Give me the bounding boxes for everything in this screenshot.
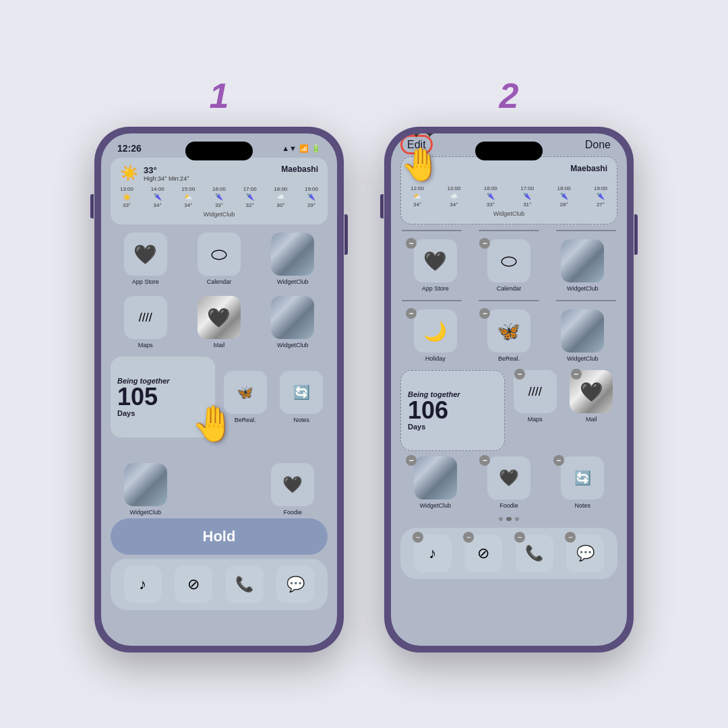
minus-badge-3[interactable]: −	[406, 308, 417, 319]
app-store-icon-2[interactable]: − 🖤 App Store	[400, 239, 470, 292]
widgetclub-icon-1[interactable]: WidgetClub	[258, 233, 328, 285]
main-container: 1 12:26 ▲▼ 📶 🔋	[67, 49, 661, 679]
phone-1: 12:26 ▲▼ 📶 🔋 ☀️	[94, 127, 344, 653]
dock-messages-2[interactable]: − 💬	[566, 535, 604, 572]
weather-widget-label-2: WidgetClub	[411, 210, 607, 217]
app-grid-row4-1: WidgetClub 🖤 Foodie	[111, 463, 328, 516]
dock-messages-1[interactable]: 💬	[276, 566, 314, 603]
shine-icon: ✦ ✦ ✦	[398, 133, 435, 142]
app-store-icon-1[interactable]: 🖤 App Store	[111, 233, 180, 285]
done-button[interactable]: Done	[585, 139, 611, 151]
mail-icon-2[interactable]: − 🖤 Mail	[566, 370, 618, 451]
dock-1: ♪ ⊘ 📞 💬	[111, 559, 328, 610]
weather-city-1: Maebashi	[281, 164, 318, 174]
weather-hours-2: 12:00⛅34° 13:00☁️34° 16:00🌂33° 17:00🌂31°…	[411, 185, 607, 208]
being-together-widget-2[interactable]: Being together 106 Days	[400, 370, 505, 451]
widgetclub-icon-2b[interactable]: WidgetClub	[548, 309, 617, 362]
dock-minus-1[interactable]: −	[413, 532, 423, 543]
hand-cursor-1: 🤚	[191, 403, 235, 444]
hand-cursor-2: 🤚	[400, 146, 441, 183]
page-dots	[400, 517, 617, 521]
app-grid-row1-2: − 🖤 App Store − ⬭ Calendar WidgetClub	[400, 237, 617, 295]
dock-phone-2[interactable]: − 📞	[516, 535, 553, 572]
minus-badge-1[interactable]: −	[406, 238, 417, 249]
dock-minus-2[interactable]: −	[463, 532, 474, 543]
minus-badge-6[interactable]: −	[571, 369, 582, 380]
widgetclub-icon-1b[interactable]: WidgetClub	[258, 296, 328, 348]
phone-2: Edit ✦ ✦ ✦ 🤚 Done ⛅	[384, 127, 634, 653]
minus-badge-7[interactable]: −	[406, 455, 417, 466]
mail-icon-1[interactable]: 🖤 Mail	[184, 296, 253, 348]
screen-content-2: ⛅ Maebashi 12:00⛅34° 13:00☁️34° 16:00🌂33…	[391, 156, 627, 524]
notes-icon-2[interactable]: − 🔄 Notes	[548, 456, 617, 509]
widget-section-2: Being together 106 Days − //// Maps − 🖤	[400, 370, 617, 451]
time-1: 12:26	[117, 143, 142, 154]
screen-content-1: ☀️ 33° High:34° Min:24° Maebashi 13:00☀️…	[101, 158, 337, 516]
dock-minus-3[interactable]: −	[514, 532, 525, 543]
dock-safari-1[interactable]: ⊘	[175, 566, 212, 603]
app-grid-row2-2: − 🌙 Holiday − 🦋 BeReal. WidgetClub	[400, 307, 617, 365]
widget-section-1: Being together 105 Days 🦋 BeReal. 🔄 Note…	[111, 357, 328, 437]
dynamic-island-1	[185, 142, 253, 160]
dock-2: − ♪ − ⊘ − 📞 − 💬	[400, 528, 617, 579]
minus-badge-9[interactable]: −	[553, 455, 564, 466]
maps-icon-1[interactable]: //// Maps	[111, 296, 180, 348]
widgetclub-icon-2c[interactable]: − WidgetClub	[400, 456, 470, 509]
calendar-icon-2[interactable]: − ⬭ Calendar	[474, 239, 543, 292]
foodie-icon-1[interactable]: 🖤 Foodie	[258, 463, 328, 516]
weather-left-1: ☀️ 33° High:34° Min:24°	[120, 164, 189, 182]
holiday-icon-2[interactable]: − 🌙 Holiday	[400, 309, 470, 362]
step-1: 1 12:26 ▲▼ 📶 🔋	[94, 75, 344, 653]
step-2-number: 2	[499, 75, 519, 116]
weather-city-2: Maebashi	[570, 164, 607, 173]
weather-widget-1: ☀️ 33° High:34° Min:24° Maebashi 13:00☀️…	[111, 158, 328, 224]
weather-temp-1: 33°	[144, 165, 189, 175]
weather-top-1: ☀️ 33° High:34° Min:24° Maebashi	[120, 164, 318, 182]
status-icons-1: ▲▼ 📶 🔋	[282, 144, 321, 153]
step-1-number: 1	[210, 75, 229, 116]
calendar-icon-1[interactable]: ⬭ Calendar	[184, 233, 253, 285]
days-number-2: 106	[408, 398, 497, 423]
phone-1-screen: 12:26 ▲▼ 📶 🔋 ☀️	[101, 133, 337, 646]
dock-phone-1[interactable]: 📞	[226, 566, 264, 603]
dock-minus-4[interactable]: −	[565, 532, 576, 543]
sun-icon-1: ☀️	[120, 164, 138, 182]
app-grid-row2-1: //// Maps 🖤 Mail WidgetClub	[111, 293, 328, 351]
step-2: 2 Edit ✦ ✦ ✦ 🤚 Done	[384, 75, 634, 653]
dynamic-island-2	[475, 142, 543, 160]
app-grid-row4-2: − WidgetClub − 🖤 Foodie − 🔄 Notes	[400, 456, 617, 509]
weather-widget-label-1: WidgetClub	[120, 211, 318, 218]
bereal-icon-2[interactable]: − 🦋 BeReal.	[474, 309, 543, 362]
phone-2-screen: Edit ✦ ✦ ✦ 🤚 Done ⛅	[391, 133, 627, 646]
weather-hours-1: 13:00☀️33° 14:00🌂34° 15:00⛅34° 16:00🌂33°…	[120, 186, 318, 208]
hold-button[interactable]: Hold	[111, 518, 328, 555]
minus-badge-5[interactable]: −	[514, 369, 525, 380]
days-label-2: Days	[408, 423, 497, 431]
section-dashes-1	[400, 230, 617, 231]
notes-icon-1[interactable]: 🔄 Notes	[276, 371, 328, 423]
foodie-icon-2[interactable]: − 🖤 Foodie	[474, 456, 543, 509]
dock-music-2[interactable]: − ♪	[414, 535, 452, 572]
widgetclub-icon-2[interactable]: WidgetClub	[548, 239, 617, 292]
weather-sub-1: High:34° Min:24°	[144, 175, 189, 182]
maps-icon-2[interactable]: − //// Maps	[509, 370, 562, 451]
dock-music-1[interactable]: ♪	[124, 566, 162, 603]
widgetclub-icon-1c[interactable]: WidgetClub	[111, 463, 180, 516]
app-grid-row1-1: 🖤 App Store ⬭ Calendar WidgetClub	[111, 230, 328, 288]
dock-safari-2[interactable]: − ⊘	[464, 535, 502, 572]
section-dashes-2	[400, 300, 617, 301]
